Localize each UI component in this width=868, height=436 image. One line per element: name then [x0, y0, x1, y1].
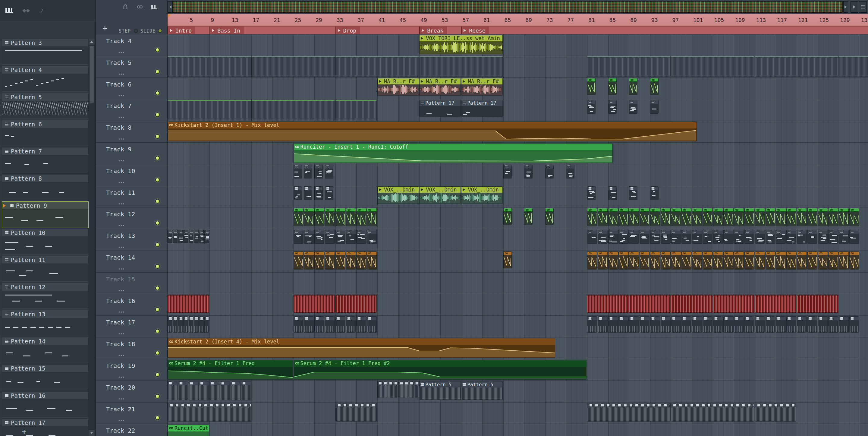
audio-clip[interactable]: VOX_TORI_LE..ss_wet_Amin [419, 35, 503, 54]
mute-led[interactable] [155, 415, 160, 420]
pattern-clip[interactable] [325, 186, 333, 200]
pattern-clip[interactable] [199, 316, 204, 332]
pattern-clip[interactable] [204, 316, 209, 332]
pattern-clip[interactable] [640, 316, 650, 332]
automation-clip[interactable] [744, 252, 754, 269]
pattern-clip[interactable] [703, 316, 712, 332]
pattern-clip[interactable] [608, 100, 617, 114]
pattern-clip[interactable] [304, 186, 312, 200]
track-options-icon[interactable] [118, 290, 124, 291]
pattern-clip[interactable] [314, 316, 324, 332]
pattern-clip[interactable] [314, 230, 324, 244]
pattern-clip[interactable] [671, 295, 712, 313]
pattern-clip[interactable] [587, 100, 595, 114]
automation-clip[interactable] [744, 208, 754, 226]
automation-clip[interactable] [650, 208, 660, 226]
pattern-clip[interactable] [629, 186, 638, 200]
pattern-clip[interactable] [650, 186, 658, 200]
automation-clip[interactable]: Serum 2 #4 - Filter 1 Freq #2 [293, 360, 587, 380]
pattern-clip[interactable] [367, 316, 377, 332]
picker-scrollbar[interactable] [89, 38, 95, 436]
mute-led[interactable] [155, 307, 160, 312]
track-options-icon[interactable] [118, 268, 124, 269]
pattern-clip[interactable] [776, 316, 786, 332]
mute-led[interactable] [155, 264, 160, 269]
pattern-clip[interactable] [178, 230, 183, 243]
pattern-clip[interactable] [304, 165, 312, 178]
mute-led[interactable] [155, 372, 160, 377]
pattern-clip[interactable] [230, 381, 241, 400]
automation-clip[interactable] [828, 208, 838, 226]
automation-clip[interactable] [713, 208, 723, 226]
timeline-ruler[interactable]: 5913172125293337414549535761656973778185… [167, 14, 868, 27]
slip-edit-button[interactable] [135, 3, 144, 11]
pattern-clip[interactable]: Pattern 17 [419, 100, 461, 117]
automation-clip[interactable] [640, 208, 650, 226]
pattern-clip[interactable] [304, 230, 314, 244]
track-name[interactable]: Track 20 [106, 384, 135, 391]
pattern-clip[interactable] [744, 230, 754, 244]
automation-clip[interactable] [818, 252, 828, 269]
automation-clip[interactable] [346, 208, 356, 226]
pattern-clip[interactable] [251, 100, 335, 120]
automation-clip[interactable] [503, 208, 512, 225]
track-options-icon[interactable] [118, 355, 124, 356]
pattern-clip[interactable] [167, 56, 251, 77]
automation-clip[interactable] [524, 208, 532, 225]
automation-clip[interactable] [608, 252, 618, 269]
playlist-grid[interactable]: VOX_TORI_LE..ss_wet_AminMA_R..r_F#MA_R..… [167, 34, 868, 436]
pattern-clip[interactable] [828, 316, 838, 332]
pattern-clip[interactable] [325, 230, 335, 244]
pattern-clip[interactable] [723, 230, 733, 244]
pattern-clip[interactable] [713, 230, 723, 244]
track-name[interactable]: Track 18 [106, 341, 135, 348]
step-toggle[interactable] [134, 29, 138, 33]
picker-tab-samples[interactable] [21, 6, 31, 15]
pattern-clip[interactable] [173, 230, 178, 243]
automation-clip[interactable] [293, 252, 304, 269]
automation-clip[interactable] [608, 208, 618, 226]
mute-led[interactable] [155, 199, 160, 204]
pattern-clip[interactable] [167, 100, 251, 120]
pattern-list-item[interactable]: Pattern 13 [2, 310, 89, 337]
track-name[interactable]: Track 8 [106, 124, 131, 131]
track-name[interactable]: Track 4 [106, 37, 131, 45]
track-options-icon[interactable] [118, 182, 124, 183]
pattern-clip[interactable] [618, 316, 628, 332]
mute-led[interactable] [155, 113, 160, 117]
automation-clip[interactable]: Kickstart 2 (Insert 4) - Mix level [167, 338, 555, 358]
track-options-icon[interactable] [118, 160, 124, 161]
timeline-marker[interactable]: Intro [167, 27, 195, 34]
pattern-list-item[interactable]: Pattern 6 [2, 120, 89, 147]
automation-clip[interactable] [367, 208, 377, 226]
automation-clip[interactable] [818, 208, 828, 226]
pattern-clip[interactable] [839, 56, 868, 77]
automation-clip[interactable] [629, 78, 638, 95]
automation-clip[interactable] [723, 208, 733, 226]
pattern-clip[interactable] [167, 295, 209, 313]
pattern-clip[interactable]: Pattern 17 [461, 100, 503, 117]
automation-clip[interactable] [650, 78, 658, 95]
mute-led[interactable] [155, 91, 160, 95]
pattern-clip[interactable] [797, 295, 838, 313]
automation-clip[interactable] [304, 252, 314, 269]
track-options-icon[interactable] [118, 225, 124, 226]
pattern-clip[interactable] [398, 381, 403, 398]
pattern-clip[interactable] [167, 316, 173, 332]
timeline-marker[interactable]: Bass In [210, 27, 244, 34]
pattern-clip[interactable] [755, 403, 797, 422]
automation-clip[interactable]: Kickstart 2 (Insert 1) - Mix level [167, 121, 697, 141]
automation-clip[interactable] [839, 252, 849, 269]
pattern-clip[interactable]: Pattern 5 [419, 381, 461, 400]
audio-clip[interactable]: MA_R..r_F# [461, 78, 503, 95]
automation-clip[interactable] [356, 252, 366, 269]
pattern-clip[interactable] [723, 316, 733, 332]
pattern-clip[interactable] [346, 316, 356, 332]
automation-clip[interactable] [671, 208, 681, 226]
pattern-clip[interactable] [671, 56, 754, 77]
automation-clip[interactable] [692, 208, 702, 226]
pattern-clip[interactable] [650, 100, 658, 114]
mute-led[interactable] [155, 69, 160, 74]
pattern-clip[interactable] [167, 403, 251, 422]
pattern-clip[interactable] [367, 230, 377, 244]
